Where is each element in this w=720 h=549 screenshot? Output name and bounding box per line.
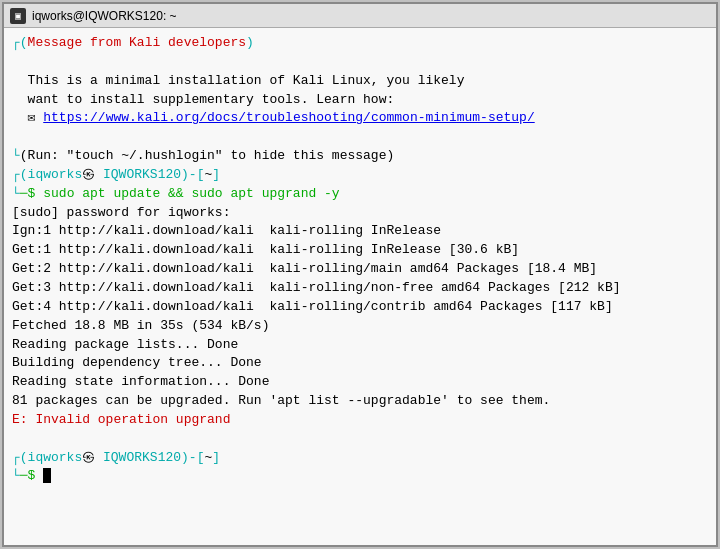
window-icon: ▣ bbox=[10, 8, 26, 24]
kali-msg-line2: want to install supplementary tools. Lea… bbox=[12, 91, 708, 110]
ign1: Ign:1 http://kali.download/kali kali-rol… bbox=[12, 222, 708, 241]
get2: Get:2 http://kali.download/kali kali-rol… bbox=[12, 260, 708, 279]
titlebar: ▣ iqworks@IQWORKS120: ~ bbox=[4, 4, 716, 28]
building-dep: Building dependency tree... Done bbox=[12, 354, 708, 373]
kali-msg-top: ┌(Message from Kali developers) bbox=[12, 34, 708, 53]
kali-msg-bottom: └(Run: "touch ~/.hushlogin" to hide this… bbox=[12, 147, 708, 166]
error-line: E: Invalid operation upgrand bbox=[12, 411, 708, 430]
terminal-window: ▣ iqworks@IQWORKS120: ~ ┌(Message from K… bbox=[2, 2, 718, 547]
prompt-line-2: ┌(iqworks㉿ IQWORKS120)-[~] bbox=[12, 449, 708, 468]
reading-state: Reading state information... Done bbox=[12, 373, 708, 392]
fetched: Fetched 18.8 MB in 35s (534 kB/s) bbox=[12, 317, 708, 336]
prompt-cursor-line: └─$ bbox=[12, 467, 708, 486]
command-line-1: └─$ sudo apt update && sudo apt upgrand … bbox=[12, 185, 708, 204]
blank1 bbox=[12, 53, 708, 72]
get3: Get:3 http://kali.download/kali kali-rol… bbox=[12, 279, 708, 298]
get1: Get:1 http://kali.download/kali kali-rol… bbox=[12, 241, 708, 260]
get4: Get:4 http://kali.download/kali kali-rol… bbox=[12, 298, 708, 317]
kali-msg-line1: This is a minimal installation of Kali L… bbox=[12, 72, 708, 91]
upgradable-msg: 81 packages can be upgraded. Run 'apt li… bbox=[12, 392, 708, 411]
reading-pkg: Reading package lists... Done bbox=[12, 336, 708, 355]
window-title: iqworks@IQWORKS120: ~ bbox=[32, 9, 177, 23]
prompt-line-1: ┌(iqworks㉿ IQWORKS120)-[~] bbox=[12, 166, 708, 185]
sudo-password: [sudo] password for iqworks: bbox=[12, 204, 708, 223]
kali-msg-link: ✉ https://www.kali.org/docs/troubleshoot… bbox=[12, 109, 708, 128]
blank3 bbox=[12, 430, 708, 449]
terminal-body[interactable]: ┌(Message from Kali developers) This is … bbox=[4, 28, 716, 545]
blank2 bbox=[12, 128, 708, 147]
